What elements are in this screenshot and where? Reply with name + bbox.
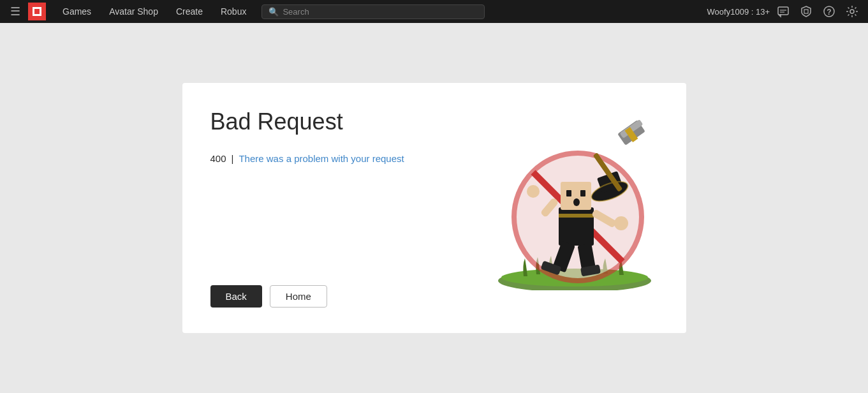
svg-point-7	[850, 10, 854, 13]
svg-point-24	[614, 216, 628, 230]
error-separator: |	[232, 153, 234, 164]
shield-icon[interactable]	[797, 4, 816, 19]
hamburger-menu-icon[interactable]: ☰	[6, 2, 24, 21]
nav-right-section: Woofy1009 : 13+ ?	[707, 4, 862, 19]
nav-links: Games Avatar Shop Create Robux	[54, 0, 255, 23]
svg-rect-12	[559, 207, 594, 246]
nav-link-create[interactable]: Create	[167, 0, 212, 23]
back-button[interactable]: Back	[210, 285, 262, 308]
page-body: Bad Request 400 | There was a problem wi…	[0, 23, 868, 393]
svg-point-22	[527, 185, 540, 198]
chat-icon[interactable]	[774, 4, 793, 19]
search-icon: 🔍	[268, 7, 279, 17]
error-code: 400	[210, 153, 226, 164]
svg-rect-15	[566, 190, 571, 196]
svg-rect-13	[559, 214, 594, 218]
svg-rect-4	[804, 10, 808, 13]
error-message: There was a problem with your request	[239, 153, 404, 164]
nav-link-robux[interactable]: Robux	[212, 0, 255, 23]
error-illustration	[482, 89, 667, 293]
help-icon[interactable]: ?	[820, 4, 839, 19]
svg-text:?: ?	[827, 8, 831, 17]
svg-rect-1	[778, 7, 788, 15]
roblox-logo[interactable]	[28, 3, 46, 20]
illustration-container	[485, 93, 664, 290]
error-card: Bad Request 400 | There was a problem wi…	[182, 83, 686, 333]
home-button[interactable]: Home	[270, 285, 327, 308]
svg-rect-16	[580, 190, 585, 196]
search-bar: 🔍	[261, 4, 485, 19]
svg-point-17	[573, 198, 580, 206]
nav-link-avatar-shop[interactable]: Avatar Shop	[100, 0, 167, 23]
search-input[interactable]	[283, 7, 478, 17]
navbar: ☰ Games Avatar Shop Create Robux 🔍 Woofy…	[0, 0, 868, 23]
nav-link-games[interactable]: Games	[54, 0, 100, 23]
username-display: Woofy1009 : 13+	[707, 7, 770, 17]
settings-icon[interactable]	[842, 4, 862, 19]
